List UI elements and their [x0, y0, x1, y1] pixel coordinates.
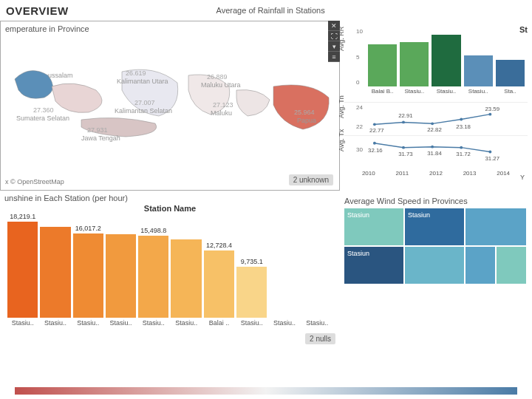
- map-value: 26.619: [126, 69, 146, 77]
- svg-point-10: [373, 142, 376, 145]
- svg-text:31.84: 31.84: [427, 150, 442, 157]
- tn-ylabel: Avg. Tn: [338, 95, 345, 118]
- tx-ylabel: Avg. Tx: [338, 129, 345, 151]
- year-caption: Y: [520, 174, 525, 181]
- page-title: OVERVIEW: [0, 4, 69, 17]
- sunshine-bar[interactable]: Stasiu..: [40, 225, 70, 327]
- map-value: 25.964: [294, 109, 315, 116]
- wind-title: Average Wind Speed in Provinces: [344, 197, 528, 205]
- svg-text:31.27: 31.27: [485, 155, 499, 162]
- wind-panel: Average Wind Speed in Provinces Stasiun …: [340, 191, 532, 361]
- svg-text:31.73: 31.73: [398, 151, 413, 157]
- map-label: Papua: [297, 117, 316, 124]
- rainfall-bar[interactable]: Stasiu..: [400, 42, 429, 95]
- map-value: 27.007: [134, 99, 155, 106]
- treemap-cell[interactable]: [466, 247, 495, 284]
- treemap-cell[interactable]: [405, 247, 464, 284]
- treemap-cell[interactable]: Stasiun: [344, 208, 403, 245]
- svg-point-0: [373, 123, 376, 126]
- sunshine-bar[interactable]: 15,498.8Stasiu..: [138, 227, 168, 327]
- rainfall-chart[interactable]: Balai B..Stasiu..Stasiu..Stasiu..Sta..: [365, 28, 528, 95]
- close-icon[interactable]: ✕: [328, 21, 340, 31]
- sunshine-bar[interactable]: Stasiu..: [302, 316, 332, 327]
- svg-text:22.77: 22.77: [369, 127, 384, 134]
- unknown-badge[interactable]: 2 unknown: [289, 174, 333, 185]
- expand-icon[interactable]: ⛶: [328, 31, 340, 41]
- right-top-panel: St Avg. RR 1050 Balai B..Stasiu..Stasiu.…: [340, 21, 532, 191]
- map-value: 27.123: [213, 101, 233, 109]
- treemap-cell[interactable]: [466, 208, 526, 245]
- sunshine-axis-title: Station Name: [4, 204, 335, 213]
- svg-point-11: [402, 146, 405, 149]
- svg-text:22.82: 22.82: [427, 126, 442, 133]
- wind-treemap[interactable]: Stasiun Stasiun Stasiun: [344, 208, 528, 284]
- map-label: Kalimantan Utara: [117, 78, 168, 85]
- map-attribution: x © OpenStreetMap: [5, 178, 64, 185]
- color-legend[interactable]: [15, 387, 517, 395]
- sunshine-bar[interactable]: Stasiu..: [171, 238, 201, 327]
- sunshine-chart[interactable]: 18,219.1Stasiu..Stasiu..16,017.2Stasiu..…: [4, 216, 335, 327]
- map-panel[interactable]: emperature in Province ✕ ⛶ ▾ ≡ ussalam 2…: [0, 21, 340, 191]
- map-label: Maluku Utara: [201, 81, 241, 89]
- rainfall-bar[interactable]: Sta..: [496, 60, 525, 95]
- sunshine-subtitle: unshine in Each Station (per hour): [4, 194, 335, 202]
- sunshine-bar[interactable]: Stasiu..: [106, 233, 136, 327]
- line-charts[interactable]: Avg. Tn 24 22 22.7722.9122.8223.1823.59 …: [344, 102, 528, 180]
- svg-text:23.59: 23.59: [485, 106, 499, 112]
- map-svg[interactable]: ussalam 26.619 Kalimantan Utara 26.889 M…: [5, 35, 335, 160]
- nulls-badge[interactable]: 2 nulls: [305, 333, 335, 344]
- sunshine-bar[interactable]: Stasiu..: [269, 316, 299, 327]
- map-label: ussalam: [48, 72, 73, 79]
- svg-point-14: [488, 151, 491, 154]
- svg-point-4: [488, 113, 491, 116]
- treemap-cell[interactable]: [497, 247, 526, 284]
- map-label: Maluku: [211, 109, 232, 117]
- sunshine-panel: unshine in Each Station (per hour) Stati…: [0, 191, 340, 361]
- rainfall-bar[interactable]: Stasiu..: [432, 35, 460, 95]
- more-icon[interactable]: ≡: [328, 52, 340, 62]
- filter-icon[interactable]: ▾: [328, 41, 340, 52]
- map-value: 27.360: [33, 106, 54, 114]
- svg-point-12: [431, 146, 434, 149]
- sunshine-bar[interactable]: 9,735.1Stasiu..: [236, 258, 267, 327]
- svg-point-2: [431, 122, 434, 125]
- svg-text:32.16: 32.16: [368, 147, 383, 154]
- sunshine-bar[interactable]: 12,728.4Balai ..: [204, 242, 234, 327]
- sunshine-bar[interactable]: 16,017.2Stasiu..: [73, 225, 103, 327]
- station-header: St: [519, 25, 528, 34]
- svg-text:22.91: 22.91: [398, 112, 413, 119]
- svg-point-3: [460, 118, 463, 121]
- svg-point-13: [460, 146, 463, 149]
- svg-text:31.72: 31.72: [456, 151, 471, 157]
- map-label: Sumatera Selatan: [16, 115, 69, 122]
- line-xaxis: 20102011201220132014: [344, 170, 528, 177]
- svg-point-1: [402, 120, 405, 123]
- sunshine-bar[interactable]: 18,219.1Stasiu..: [7, 213, 38, 327]
- map-label: Kalimantan Selatan: [115, 107, 172, 115]
- map-label: Jawa Tengah: [81, 134, 120, 142]
- map-value: 26.889: [207, 73, 228, 81]
- svg-text:23.18: 23.18: [456, 123, 471, 130]
- rainfall-bar[interactable]: Balai B..: [368, 44, 397, 95]
- rainfall-bar[interactable]: Stasiu..: [464, 55, 493, 95]
- map-subtitle: emperature in Province: [5, 24, 335, 33]
- map-toolbar: ✕ ⛶ ▾ ≡: [328, 21, 340, 62]
- map-value: 27.931: [87, 126, 108, 134]
- treemap-cell[interactable]: Stasiun: [344, 247, 403, 284]
- rainfall-title: Average of Rainfall in Stations: [216, 6, 325, 15]
- treemap-cell[interactable]: Stasiun: [405, 208, 464, 245]
- rainfall-ticks: 1050: [356, 28, 363, 86]
